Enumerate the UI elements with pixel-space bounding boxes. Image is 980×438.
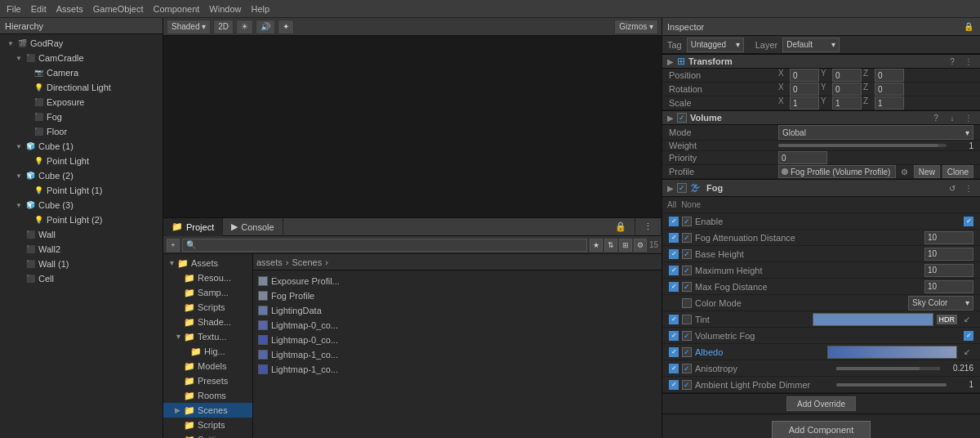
- bottom-lock-btn[interactable]: 🔒: [607, 218, 635, 236]
- refresh-btn[interactable]: ↺: [946, 181, 959, 194]
- profile-value-box[interactable]: Fog Profile (Volume Profile): [778, 165, 896, 178]
- bh-check[interactable]: [682, 249, 692, 259]
- cm-check[interactable]: [682, 298, 692, 308]
- hier-item-camcradle[interactable]: ▼ ⬛ CamCradle: [0, 51, 163, 65]
- scale-y[interactable]: 1: [832, 96, 862, 110]
- hier-item-floor[interactable]: ⬛ Floor: [0, 124, 163, 139]
- albedo-color-field[interactable]: [827, 346, 958, 359]
- vf-check[interactable]: [682, 331, 692, 341]
- hier-item-godray[interactable]: ▼ 🎬 GodRay: [0, 36, 163, 51]
- hier-item-wall2[interactable]: ⬛ Wall2: [0, 242, 163, 257]
- fog-check[interactable]: [677, 183, 687, 193]
- tree-resolution[interactable]: 📁 Resou...: [163, 270, 252, 285]
- help-btn[interactable]: ?: [946, 55, 959, 68]
- an-check[interactable]: [682, 364, 692, 373]
- tree-samp[interactable]: 📁 Samp...: [163, 285, 252, 300]
- tree-assets[interactable]: ▼ 📁 Assets: [163, 256, 252, 270]
- breadcrumb-assets[interactable]: assets: [256, 257, 283, 267]
- add-btn[interactable]: +: [167, 239, 180, 252]
- scene-gizmos-btn[interactable]: Gizmos ▾: [614, 20, 658, 34]
- scene-light-btn[interactable]: ☀: [236, 20, 253, 34]
- asset-fog-profile[interactable]: Fog Profile: [255, 288, 660, 303]
- tree-settings[interactable]: 📁 Settings: [163, 432, 252, 438]
- project-tab[interactable]: 📁 Project: [163, 218, 223, 236]
- volume-header[interactable]: ▶ Volume ? ↓ ⋮: [662, 110, 980, 125]
- tag-dropdown[interactable]: Untagged ▾: [687, 38, 744, 52]
- sort-btn[interactable]: ⇅: [604, 239, 617, 252]
- star-btn[interactable]: ★: [590, 239, 603, 252]
- md-check[interactable]: [682, 282, 692, 292]
- fog-settings-btn[interactable]: ⋮: [962, 181, 975, 194]
- scene-fx-btn[interactable]: ✦: [278, 20, 294, 34]
- tree-rooms[interactable]: 📁 Rooms: [163, 388, 252, 403]
- albedo-settings[interactable]: ↙: [960, 346, 973, 359]
- inspector-lock-btn[interactable]: 🔒: [962, 20, 975, 34]
- menu-component[interactable]: Component: [153, 4, 199, 14]
- tint-settings[interactable]: ↙: [960, 313, 973, 326]
- ambient-slider[interactable]: [836, 383, 947, 387]
- max-height-value[interactable]: 10: [924, 264, 973, 277]
- enable-check[interactable]: [682, 217, 692, 226]
- tint-check[interactable]: [682, 315, 692, 324]
- add-override-btn[interactable]: Add Override: [786, 396, 856, 411]
- position-x[interactable]: 0: [790, 69, 819, 82]
- vf-override-check[interactable]: [669, 331, 679, 341]
- amb-check[interactable]: [682, 380, 692, 390]
- add-component-btn[interactable]: Add Component: [772, 421, 871, 438]
- tree-hig[interactable]: 📁 Hig...: [163, 344, 252, 359]
- hier-item-camera[interactable]: 📷 Camera: [0, 65, 163, 80]
- base-height-value[interactable]: 10: [924, 248, 973, 261]
- position-y[interactable]: 0: [832, 69, 862, 82]
- tint-color-field[interactable]: [813, 313, 933, 326]
- attn-check[interactable]: [682, 233, 692, 243]
- tree-models[interactable]: 📁 Models: [163, 359, 252, 373]
- an-override-check[interactable]: [669, 364, 679, 373]
- rotation-y[interactable]: 0: [832, 83, 862, 96]
- hier-item-wall1[interactable]: ⬛ Wall (1): [0, 257, 163, 271]
- asset-lightmap0b[interactable]: Lightmap-0_co...: [255, 333, 660, 347]
- scene-audio-btn[interactable]: 🔊: [256, 20, 275, 34]
- anisotropy-slider[interactable]: [836, 367, 941, 370]
- hier-item-wall[interactable]: ⬛ Wall: [0, 227, 163, 242]
- mh-override-check[interactable]: [669, 266, 679, 275]
- volume-enable-check[interactable]: [677, 113, 687, 123]
- menu-help[interactable]: Help: [251, 4, 270, 14]
- rotation-z[interactable]: 0: [875, 83, 904, 96]
- menu-window[interactable]: Window: [209, 4, 241, 14]
- tree-scripts2[interactable]: 📁 Scripts: [163, 418, 252, 432]
- asset-lightmap0a[interactable]: Lightmap-0_co...: [255, 318, 660, 333]
- al-override-check[interactable]: [669, 347, 679, 357]
- asset-exposure[interactable]: Exposure Profil...: [255, 274, 660, 288]
- mode-dropdown[interactable]: Global ▾: [778, 125, 973, 140]
- hier-item-pointlight1[interactable]: 💡 Point Light (1): [0, 183, 163, 198]
- priority-field[interactable]: 0: [778, 151, 827, 164]
- hier-item-cube3[interactable]: ▼ 🧊 Cube (3): [0, 198, 163, 212]
- settings-btn[interactable]: ⋮: [962, 111, 975, 124]
- mh-check[interactable]: [682, 266, 692, 275]
- sky-color-dropdown[interactable]: Sky Color ▾: [908, 296, 973, 311]
- tint-override-check[interactable]: [669, 315, 679, 324]
- hier-item-fog[interactable]: ⬛ Fog: [0, 110, 163, 124]
- enable-value-check[interactable]: [964, 217, 973, 226]
- menu-file[interactable]: File: [7, 4, 21, 14]
- profile-settings-icon[interactable]: ⚙: [898, 165, 911, 178]
- hier-item-cell[interactable]: ⬛ Cell: [0, 271, 163, 286]
- asset-lightmap1a[interactable]: Lightmap-1_co...: [255, 347, 660, 362]
- view-btn[interactable]: ⊞: [619, 239, 632, 252]
- layer-dropdown[interactable]: Default ▾: [782, 38, 840, 52]
- hier-item-pointlight2[interactable]: 💡 Point Light (2): [0, 212, 163, 227]
- menu-gameobject[interactable]: GameObject: [93, 4, 144, 14]
- tree-scenes[interactable]: ▶ 📁 Scenes: [163, 403, 252, 418]
- breadcrumb-scenes[interactable]: Scenes: [292, 257, 322, 267]
- tree-textures[interactable]: ▼ 📁 Textu...: [163, 329, 252, 344]
- hier-item-cube2[interactable]: ▼ 🧊 Cube (2): [0, 168, 163, 183]
- hier-item-pointlight[interactable]: 💡 Point Light: [0, 154, 163, 168]
- scale-x[interactable]: 1: [790, 96, 819, 110]
- bh-override-check[interactable]: [669, 249, 679, 259]
- settings-btn[interactable]: ⋮: [962, 55, 975, 68]
- menu-assets[interactable]: Assets: [56, 4, 83, 14]
- none-label[interactable]: None: [681, 200, 701, 209]
- scene-shaded-btn[interactable]: Shaded ▾: [167, 20, 211, 34]
- bottom-menu-btn[interactable]: ⋮: [635, 218, 662, 236]
- transform-header[interactable]: ▶ ⊞ Transform ? ⋮: [662, 54, 980, 69]
